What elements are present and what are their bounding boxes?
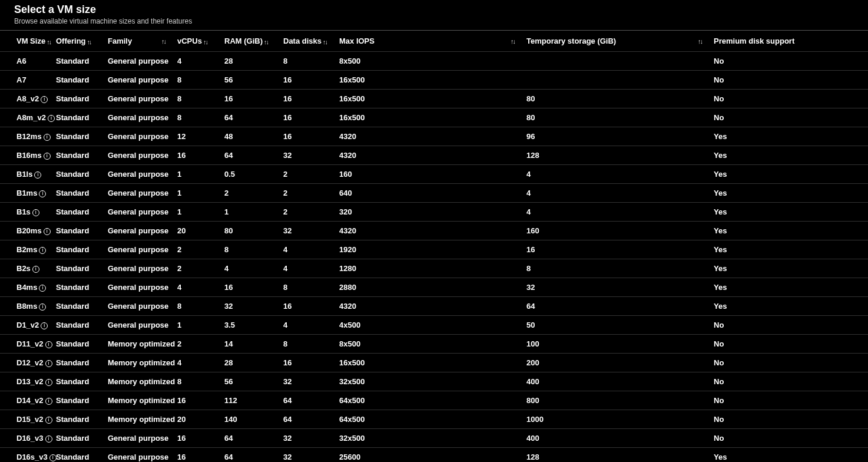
vm-size-name: B2ms — [16, 245, 37, 254]
table-row[interactable]: A8_v2iStandardGeneral purpose8161616x500… — [0, 90, 868, 108]
cell-temp — [526, 71, 714, 90]
cell-ram: 64 — [224, 429, 283, 448]
cell-prem: Yes — [714, 259, 868, 278]
cell-iops: 1920 — [339, 240, 526, 259]
table-row[interactable]: D1_v2iStandardGeneral purpose13.544x5005… — [0, 316, 868, 335]
cell-vcpu: 8 — [177, 71, 224, 90]
cell-iops: 25600 — [339, 448, 526, 463]
vm-size-name: D1_v2 — [16, 321, 39, 329]
table-row[interactable]: B2msiStandardGeneral purpose284192016Yes — [0, 240, 868, 259]
table-row[interactable]: D12_v2iStandardMemory optimized4281616x5… — [0, 354, 868, 372]
info-icon[interactable]: i — [45, 360, 52, 367]
info-icon[interactable]: i — [48, 115, 55, 122]
cell-disks: 16 — [283, 90, 339, 108]
table-row[interactable]: B12msiStandardGeneral purpose12481643209… — [0, 127, 868, 146]
vm-size-name: D15_v2 — [16, 415, 44, 424]
cell-temp — [526, 52, 714, 71]
info-icon[interactable]: i — [32, 266, 39, 273]
column-header-temp[interactable]: Temporary storage (GiB)↑↓ — [526, 31, 714, 52]
table-row[interactable]: A6StandardGeneral purpose42888x500No — [0, 52, 868, 71]
table-row[interactable]: D14_v2iStandardMemory optimized161126464… — [0, 391, 868, 410]
info-icon[interactable]: i — [49, 454, 57, 461]
cell-family: Memory optimized — [108, 391, 177, 410]
cell-ram: 56 — [224, 372, 283, 391]
info-icon[interactable]: i — [45, 435, 52, 443]
table-row[interactable]: D15_v2iStandardMemory optimized201406464… — [0, 410, 868, 429]
cell-vcpu: 16 — [177, 391, 224, 410]
info-icon[interactable]: i — [45, 417, 52, 424]
sort-icon[interactable]: ↑↓ — [323, 38, 327, 45]
info-icon[interactable]: i — [39, 190, 46, 197]
table-row[interactable]: D13_v2iStandardMemory optimized8563232x5… — [0, 372, 868, 391]
cell-vcpu: 4 — [177, 354, 224, 372]
column-header-size[interactable]: VM Size↑↓ — [0, 31, 56, 52]
cell-size: B12msi — [0, 127, 56, 146]
sort-icon[interactable]: ↑↓ — [47, 38, 51, 45]
column-header-disks[interactable]: Data disks↑↓ — [283, 31, 339, 52]
sort-icon[interactable]: ↑↓ — [161, 38, 165, 45]
column-header-iops[interactable]: Max IOPS↑↓ — [339, 31, 526, 52]
cell-vcpu: 20 — [177, 410, 224, 429]
sort-icon[interactable]: ↑↓ — [203, 38, 207, 45]
info-icon[interactable]: i — [45, 379, 52, 386]
table-row[interactable]: B4msiStandardGeneral purpose4168288032Ye… — [0, 278, 868, 297]
table-row[interactable]: B1siStandardGeneral purpose1123204Yes — [0, 203, 868, 222]
table-row[interactable]: D11_v2iStandardMemory optimized21488x500… — [0, 335, 868, 354]
info-icon[interactable]: i — [32, 209, 39, 216]
column-header-vcpu[interactable]: vCPUs↑↓ — [177, 31, 224, 52]
column-header-offer[interactable]: Offering↑↓ — [56, 31, 108, 52]
info-icon[interactable]: i — [39, 247, 46, 254]
table-row[interactable]: B8msiStandardGeneral purpose83216432064Y… — [0, 297, 868, 316]
column-header-prem[interactable]: Premium disk support — [714, 31, 868, 52]
column-header-ram[interactable]: RAM (GiB)↑↓ — [224, 31, 283, 52]
cell-iops: 4320 — [339, 222, 526, 240]
info-icon[interactable]: i — [41, 322, 48, 329]
info-icon[interactable]: i — [44, 134, 51, 141]
table-row[interactable]: B1lsiStandardGeneral purpose10.521604Yes — [0, 165, 868, 184]
info-icon[interactable]: i — [41, 96, 48, 103]
info-icon[interactable]: i — [44, 153, 51, 160]
vm-size-name: B4ms — [16, 283, 37, 292]
info-icon[interactable]: i — [45, 341, 52, 348]
cell-ram: 140 — [224, 410, 283, 429]
table-row[interactable]: B1msiStandardGeneral purpose1226404Yes — [0, 184, 868, 203]
table-row[interactable]: A8m_v2iStandardGeneral purpose8641616x50… — [0, 108, 868, 127]
cell-vcpu: 16 — [177, 448, 224, 463]
vm-size-name: D12_v2 — [16, 358, 44, 367]
cell-prem: No — [714, 354, 868, 372]
column-header-label: Premium disk support — [714, 37, 794, 45]
table-row[interactable]: A7StandardGeneral purpose8561616x500No — [0, 71, 868, 90]
info-icon[interactable]: i — [34, 171, 41, 179]
table-row[interactable]: D16s_v3iStandardGeneral purpose166432256… — [0, 448, 868, 463]
info-icon[interactable]: i — [44, 228, 51, 235]
cell-temp: 64 — [526, 297, 714, 316]
cell-offer: Standard — [56, 52, 108, 71]
info-icon[interactable]: i — [45, 398, 52, 405]
sort-icon[interactable]: ↑↓ — [87, 38, 91, 45]
cell-vcpu: 8 — [177, 297, 224, 316]
cell-prem: No — [714, 335, 868, 354]
cell-offer: Standard — [56, 259, 108, 278]
info-icon[interactable]: i — [39, 303, 46, 311]
table-row[interactable]: B2siStandardGeneral purpose24412808Yes — [0, 259, 868, 278]
info-icon[interactable]: i — [39, 285, 46, 292]
cell-ram: 48 — [224, 127, 283, 146]
table-row[interactable]: B20msiStandardGeneral purpose20803243201… — [0, 222, 868, 240]
cell-vcpu: 16 — [177, 429, 224, 448]
table-row[interactable]: B16msiStandardGeneral purpose16643243201… — [0, 146, 868, 165]
cell-vcpu: 1 — [177, 203, 224, 222]
cell-disks: 2 — [283, 203, 339, 222]
sort-icon[interactable]: ↑↓ — [264, 38, 268, 45]
cell-ram: 16 — [224, 90, 283, 108]
cell-ram: 16 — [224, 278, 283, 297]
cell-prem: Yes — [714, 203, 868, 222]
cell-prem: Yes — [714, 146, 868, 165]
cell-iops: 16x500 — [339, 90, 526, 108]
column-header-family[interactable]: Family↑↓ — [108, 31, 177, 52]
cell-temp: 1000 — [526, 410, 714, 429]
table-row[interactable]: D16_v3iStandardGeneral purpose16643232x5… — [0, 429, 868, 448]
sort-icon[interactable]: ↑↓ — [511, 38, 515, 45]
cell-size: D16_v3i — [0, 429, 56, 448]
cell-ram: 14 — [224, 335, 283, 354]
sort-icon[interactable]: ↑↓ — [698, 38, 702, 45]
